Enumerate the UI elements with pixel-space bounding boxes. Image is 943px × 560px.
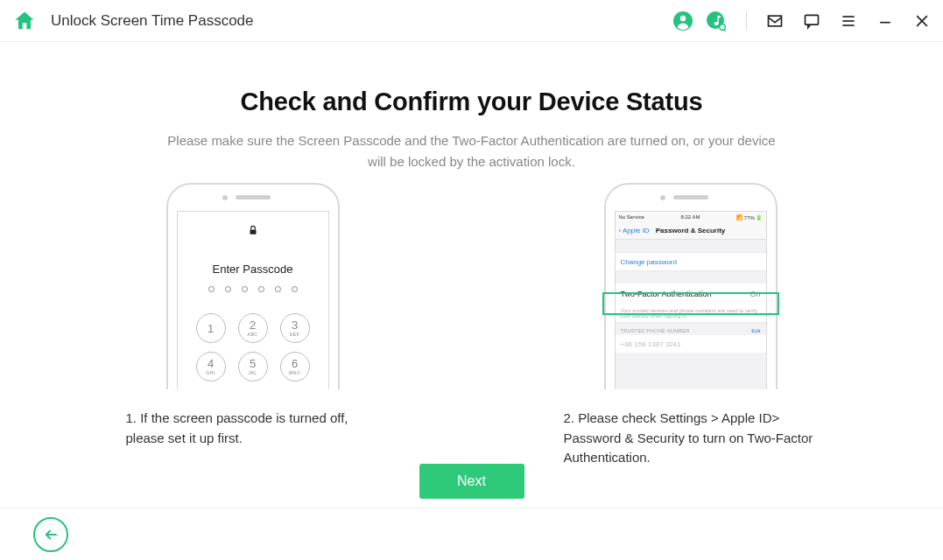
mail-icon[interactable] bbox=[766, 12, 784, 30]
separator bbox=[746, 11, 747, 31]
main-content: Check and Confirm your Device Status Ple… bbox=[0, 42, 943, 508]
subheading: Please make sure the Screen Passcode and… bbox=[165, 130, 778, 172]
two-factor-row: Two-Factor Authentication On bbox=[616, 284, 766, 304]
step-2: No Service 8:22 AM 📶 77% 🔋 ‹ Apple ID Pa… bbox=[564, 183, 818, 468]
status-bar: No Service 8:22 AM 📶 77% 🔋 bbox=[616, 212, 766, 222]
heading: Check and Confirm your Device Status bbox=[241, 88, 703, 116]
svg-point-1 bbox=[680, 15, 686, 20]
close-icon[interactable] bbox=[913, 12, 931, 30]
title-bar: Unlock Screen Time Passcode bbox=[0, 0, 943, 42]
svg-rect-7 bbox=[806, 15, 819, 24]
two-factor-sub: Your trusted devices and phone numbers a… bbox=[616, 304, 766, 323]
account-icon[interactable] bbox=[672, 10, 693, 32]
home-icon[interactable] bbox=[12, 9, 37, 33]
menu-icon[interactable] bbox=[840, 12, 857, 30]
page-title: Unlock Screen Time Passcode bbox=[51, 12, 254, 30]
step-1-caption: 1. If the screen passcode is turned off,… bbox=[126, 409, 380, 448]
feedback-icon[interactable] bbox=[803, 12, 820, 30]
music-search-icon[interactable] bbox=[706, 10, 727, 32]
minimize-icon[interactable] bbox=[876, 12, 894, 30]
step-1: Enter Passcode 12ABC3DEF4GHI5JKL6MNO789 … bbox=[126, 183, 380, 448]
svg-rect-6 bbox=[769, 16, 782, 26]
trusted-section-label: TRUSTED PHONE NUMBER Edit bbox=[616, 323, 766, 335]
svg-point-4 bbox=[721, 24, 725, 29]
change-password-row: Change password bbox=[616, 252, 766, 271]
back-button[interactable] bbox=[33, 517, 68, 552]
nav-bar: ‹ Apple ID Password & Security bbox=[616, 222, 766, 240]
svg-rect-14 bbox=[250, 229, 256, 234]
enter-passcode-label: Enter Passcode bbox=[213, 262, 293, 276]
passcode-dots bbox=[208, 286, 298, 292]
next-button[interactable]: Next bbox=[419, 464, 524, 499]
phone-illustration-2fa: No Service 8:22 AM 📶 77% 🔋 ‹ Apple ID Pa… bbox=[604, 183, 778, 389]
footer bbox=[0, 508, 943, 560]
trusted-number-row: +86 158 1387 3241 bbox=[616, 335, 766, 353]
keypad: 12ABC3DEF4GHI5JKL6MNO789 bbox=[196, 313, 310, 389]
step-2-caption: 2. Please check Settings > Apple ID> Pas… bbox=[564, 409, 818, 468]
phone-illustration-passcode: Enter Passcode 12ABC3DEF4GHI5JKL6MNO789 bbox=[166, 183, 340, 389]
lock-icon bbox=[247, 224, 259, 236]
